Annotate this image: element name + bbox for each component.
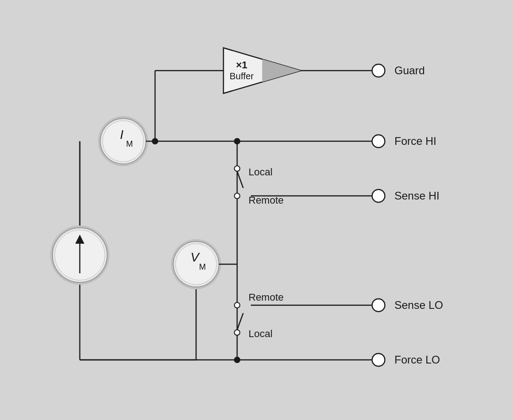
remote-top-label: Remote bbox=[249, 195, 284, 206]
remote-bottom-label: Remote bbox=[249, 292, 284, 303]
local-top-label: Local bbox=[249, 166, 273, 178]
im-label: I bbox=[120, 128, 124, 142]
sense-hi-label: Sense HI bbox=[394, 190, 440, 202]
buffer-multiplier: ×1 bbox=[236, 59, 247, 71]
junction-im bbox=[152, 138, 158, 144]
terminal-sense-hi[interactable] bbox=[372, 190, 385, 202]
im-subscript: M bbox=[126, 139, 133, 149]
terminal-force-lo[interactable] bbox=[372, 353, 385, 366]
sense-lo-label: Sense LO bbox=[394, 299, 443, 311]
vm-subscript: M bbox=[199, 262, 206, 271]
buffer-label: Buffer bbox=[230, 71, 254, 81]
guard-label: Guard bbox=[394, 64, 425, 77]
switch-local-bottom-contact bbox=[234, 330, 240, 335]
force-hi-label: Force HI bbox=[394, 135, 436, 147]
switch-remote-bottom-contact bbox=[234, 302, 240, 308]
local-bottom-label: Local bbox=[249, 328, 273, 339]
junction-bottom bbox=[234, 357, 240, 363]
terminal-sense-lo[interactable] bbox=[372, 299, 385, 312]
switch-local-top-contact bbox=[234, 166, 240, 171]
terminal-force-hi[interactable] bbox=[372, 135, 385, 148]
vm-label: V bbox=[191, 250, 200, 264]
terminal-guard[interactable] bbox=[372, 64, 385, 77]
circuit-diagram: ×1 Buffer I M V M bbox=[0, 0, 513, 420]
force-lo-label: Force LO bbox=[394, 353, 440, 366]
junction-top bbox=[234, 138, 240, 144]
switch-remote-top-contact bbox=[234, 193, 240, 199]
